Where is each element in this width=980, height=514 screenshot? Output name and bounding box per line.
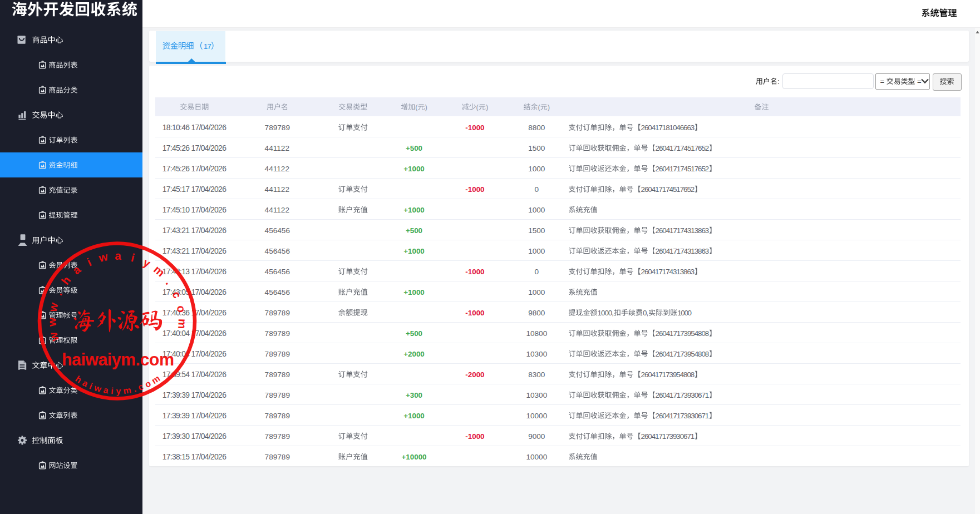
svg-text:-1000: -1000 xyxy=(465,185,484,194)
svg-text:17:43:21 17/04/2026: 17:43:21 17/04/2026 xyxy=(162,226,226,235)
svg-text:a: a xyxy=(115,249,121,262)
svg-text:w: w xyxy=(46,302,60,313)
svg-text:a: a xyxy=(103,385,110,395)
svg-text:.: . xyxy=(164,276,176,286)
svg-text:0: 0 xyxy=(535,268,539,276)
svg-text:.: . xyxy=(132,384,137,394)
svg-text:-2000: -2000 xyxy=(465,370,484,379)
svg-text:w: w xyxy=(97,250,109,264)
svg-text:260417174313863: 260417174313863 xyxy=(656,247,710,255)
svg-text:456456: 456456 xyxy=(265,288,290,296)
svg-text:): ) xyxy=(486,103,488,111)
svg-text:8800: 8800 xyxy=(528,123,545,132)
svg-text:1000: 1000 xyxy=(528,165,545,173)
svg-text:1000,: 1000, xyxy=(598,309,614,317)
svg-text:+1000: +1000 xyxy=(403,165,425,173)
svg-text:+500: +500 xyxy=(406,329,422,338)
svg-text:m: m xyxy=(176,319,189,329)
svg-text:-1000: -1000 xyxy=(465,123,484,132)
svg-text:17:39:39 17/04/2026: 17:39:39 17/04/2026 xyxy=(162,411,226,420)
svg-text:i: i xyxy=(85,255,93,268)
svg-text:-1000: -1000 xyxy=(465,432,484,441)
svg-text:-1000: -1000 xyxy=(465,268,484,276)
svg-text:441122: 441122 xyxy=(265,144,289,152)
svg-text:m: m xyxy=(122,385,132,396)
svg-text:17:45:17 17/04/2026: 17:45:17 17/04/2026 xyxy=(162,185,226,194)
svg-text:+1000: +1000 xyxy=(403,206,425,214)
svg-text:17:45:26 17/04/2026: 17:45:26 17/04/2026 xyxy=(162,144,226,152)
svg-text:w: w xyxy=(45,318,58,327)
svg-text:10000: 10000 xyxy=(526,453,547,461)
svg-text:c: c xyxy=(137,382,145,392)
svg-text:w: w xyxy=(92,383,102,394)
svg-text:+1000: +1000 xyxy=(403,412,425,420)
svg-text:i: i xyxy=(130,251,136,264)
svg-text:260417174517652: 260417174517652 xyxy=(656,144,710,152)
svg-text:1500: 1500 xyxy=(528,144,545,152)
svg-text:-1000: -1000 xyxy=(465,309,484,317)
svg-text:): ) xyxy=(548,103,550,111)
svg-text:789789: 789789 xyxy=(265,370,290,379)
svg-text:h: h xyxy=(58,274,73,287)
svg-text:(: ( xyxy=(415,103,418,111)
svg-text:789789: 789789 xyxy=(265,453,290,461)
svg-text:260417173954808: 260417173954808 xyxy=(656,350,710,358)
svg-text:260417174517652: 260417174517652 xyxy=(656,165,710,173)
svg-text:17:39:30 17/04/2026: 17:39:30 17/04/2026 xyxy=(162,432,226,441)
svg-text:260417173954808: 260417173954808 xyxy=(641,370,695,379)
svg-text:260417173930671: 260417173930671 xyxy=(641,432,695,441)
svg-text:+1000: +1000 xyxy=(403,247,425,255)
svg-text:260417173930671: 260417173930671 xyxy=(656,412,710,420)
svg-text:i: i xyxy=(88,381,93,391)
svg-text:260417174313863: 260417174313863 xyxy=(656,226,710,235)
svg-text:m: m xyxy=(151,263,168,279)
svg-text:260417181046663: 260417181046663 xyxy=(641,123,695,132)
svg-text:a: a xyxy=(81,378,90,389)
svg-text:+10000: +10000 xyxy=(402,453,427,461)
svg-text:9800: 9800 xyxy=(528,309,545,317)
svg-text:789789: 789789 xyxy=(265,329,290,338)
svg-text:10300: 10300 xyxy=(526,391,547,399)
svg-text:1000: 1000 xyxy=(528,247,545,255)
svg-text:260417173930671: 260417173930671 xyxy=(656,391,710,399)
svg-text:0: 0 xyxy=(535,185,539,194)
svg-text:17:43:21 17/04/2026: 17:43:21 17/04/2026 xyxy=(162,246,226,255)
svg-text:1000: 1000 xyxy=(677,309,692,317)
svg-text:17:39:39 17/04/2026: 17:39:39 17/04/2026 xyxy=(162,391,226,399)
svg-text:(: ( xyxy=(476,103,479,111)
svg-text:10800: 10800 xyxy=(526,329,547,338)
svg-text:7: 7 xyxy=(208,42,211,51)
svg-text:y: y xyxy=(141,255,153,270)
svg-text:y: y xyxy=(116,386,121,396)
svg-text:+500: +500 xyxy=(406,144,422,152)
svg-text:17:45:26 17/04/2026: 17:45:26 17/04/2026 xyxy=(162,164,226,173)
svg-text:i: i xyxy=(111,386,114,396)
svg-text:789789: 789789 xyxy=(265,432,290,441)
svg-text:0,: 0, xyxy=(643,309,648,317)
svg-text::: : xyxy=(777,77,780,86)
svg-text:789789: 789789 xyxy=(265,309,290,317)
svg-text:789789: 789789 xyxy=(265,412,290,420)
svg-text:): ) xyxy=(425,103,427,111)
svg-text:(: ( xyxy=(538,103,541,111)
svg-text:17:45:10 17/04/2026: 17:45:10 17/04/2026 xyxy=(162,205,226,214)
svg-text:260417174517652: 260417174517652 xyxy=(641,185,695,194)
svg-text:1000: 1000 xyxy=(528,206,545,214)
svg-text:+1000: +1000 xyxy=(403,288,425,296)
svg-text:260417173954808: 260417173954808 xyxy=(656,329,710,338)
svg-text:1500: 1500 xyxy=(528,226,545,235)
svg-text:456456: 456456 xyxy=(265,226,290,235)
svg-text:17:38:15 17/04/2026: 17:38:15 17/04/2026 xyxy=(162,452,226,461)
svg-text:=: = xyxy=(880,77,885,86)
svg-text:10000: 10000 xyxy=(526,412,547,420)
svg-text:441122: 441122 xyxy=(265,185,289,194)
svg-text:+2000: +2000 xyxy=(403,350,425,358)
svg-text:=: = xyxy=(917,77,922,86)
svg-text:+300: +300 xyxy=(406,391,422,399)
svg-text:1000: 1000 xyxy=(528,288,545,296)
svg-text:789789: 789789 xyxy=(265,350,290,358)
svg-text:789789: 789789 xyxy=(265,391,290,399)
svg-text:8300: 8300 xyxy=(528,370,545,379)
svg-text:260417174313863: 260417174313863 xyxy=(641,268,695,276)
svg-text:441122: 441122 xyxy=(265,165,289,173)
